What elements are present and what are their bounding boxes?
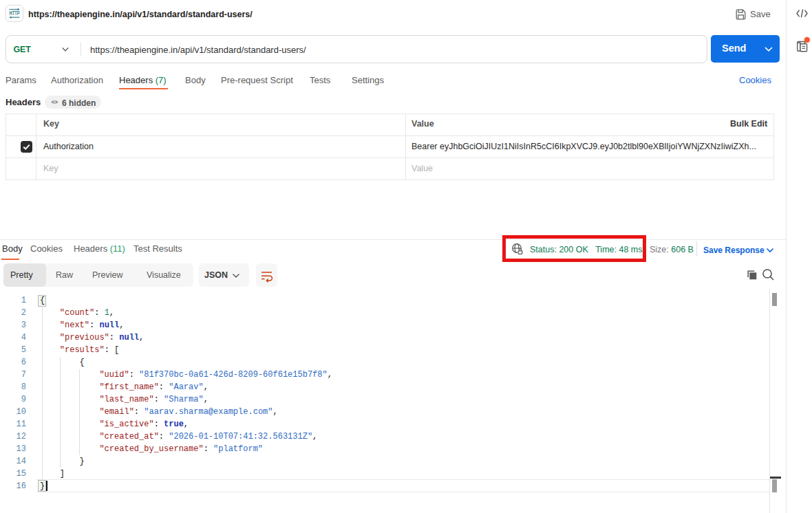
svg-text:HTTP: HTTP — [10, 10, 20, 17]
